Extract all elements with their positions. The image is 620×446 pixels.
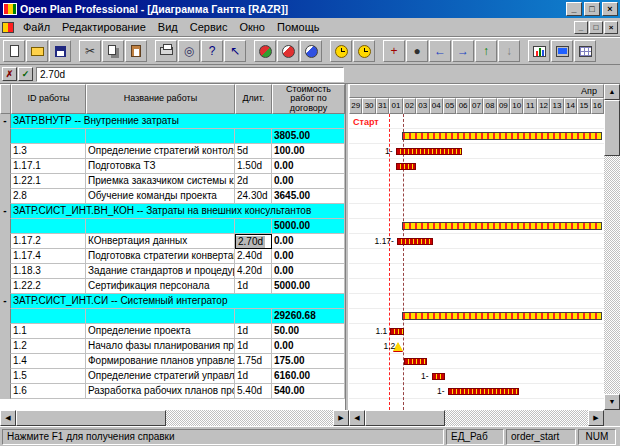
print-preview-button[interactable]: ◎ bbox=[178, 40, 200, 62]
task-bar[interactable] bbox=[397, 238, 433, 245]
cell-cost[interactable]: 0.00 bbox=[272, 174, 345, 189]
cell-id[interactable]: 1.6 bbox=[11, 384, 86, 399]
cell-cost[interactable]: 29260.68 bbox=[272, 309, 345, 324]
summary-bar[interactable] bbox=[402, 222, 602, 230]
table-row-17[interactable]: 1.4Формирование планов управления1.75d17… bbox=[0, 354, 345, 369]
cell-name[interactable]: Обучение команды проекта bbox=[86, 189, 235, 204]
cell-name[interactable]: Подготовка ТЗ bbox=[86, 159, 235, 174]
cell-id[interactable]: 1.1 bbox=[11, 324, 86, 339]
cell-id[interactable] bbox=[11, 129, 86, 144]
row-collapse-marker[interactable]: - bbox=[0, 114, 11, 129]
menu-item-5[interactable]: Окно bbox=[233, 19, 271, 35]
cell-name[interactable]: Начало фазы планирования проекта bbox=[86, 339, 235, 354]
cell-id[interactable]: 1.18.3 bbox=[11, 264, 86, 279]
cell-cost[interactable]: 0.00 bbox=[272, 339, 345, 354]
cell-cost[interactable]: 175.00 bbox=[272, 354, 345, 369]
cell-id[interactable]: 2.8 bbox=[11, 189, 86, 204]
open-button[interactable] bbox=[26, 40, 48, 62]
summary-bar[interactable] bbox=[402, 312, 602, 320]
cell-id[interactable]: 1.4 bbox=[11, 354, 86, 369]
cell-cost[interactable]: 540.00 bbox=[272, 384, 345, 399]
menu-item-1[interactable]: Файл bbox=[17, 19, 56, 35]
cost-analysis-button[interactable] bbox=[300, 40, 322, 62]
indent-button[interactable]: → bbox=[452, 40, 474, 62]
cell-duration[interactable]: 1d bbox=[235, 279, 272, 294]
cell-cost[interactable]: 0.00 bbox=[272, 234, 345, 249]
cell-cost[interactable]: 0.00 bbox=[272, 159, 345, 174]
gantt-scroll-track[interactable] bbox=[445, 410, 588, 426]
time-analysis-button[interactable] bbox=[254, 40, 276, 62]
cell-cost[interactable]: 3645.00 bbox=[272, 189, 345, 204]
table-scroll-track[interactable] bbox=[166, 410, 333, 426]
table-row-18[interactable]: 1.5Определение стратегий управления и1d6… bbox=[0, 369, 345, 384]
task-bar[interactable] bbox=[432, 373, 445, 380]
status-clock-button[interactable] bbox=[353, 40, 375, 62]
table-row-10[interactable]: 1.17.4Подготовка стратегии конвертации2.… bbox=[0, 249, 345, 264]
paste-button[interactable] bbox=[125, 40, 147, 62]
move-up-button[interactable]: ↑ bbox=[475, 40, 497, 62]
cell-name[interactable]: Приемка заказчиком системы клиент bbox=[86, 174, 235, 189]
table-row-15[interactable]: 1.1Определение проекта1d50.00 bbox=[0, 324, 345, 339]
menu-item-4[interactable]: Сервис bbox=[184, 19, 234, 35]
table-row-6[interactable]: 2.8Обучение команды проекта24.30d3645.00 bbox=[0, 189, 345, 204]
cell-duration[interactable]: 1.50d bbox=[235, 159, 272, 174]
cell-cost[interactable]: 5000.00 bbox=[272, 279, 345, 294]
cell-duration[interactable]: 1d bbox=[235, 369, 272, 384]
copy-button[interactable] bbox=[102, 40, 124, 62]
table-view-button[interactable] bbox=[574, 40, 596, 62]
cell-duration[interactable]: 1d bbox=[235, 339, 272, 354]
cell-id[interactable]: 1.17.4 bbox=[11, 249, 86, 264]
cell-name[interactable]: Подготовка стратегии конвертации bbox=[86, 249, 235, 264]
gantt-horizontal-scrollbar[interactable]: ◀ ▶ bbox=[349, 410, 604, 426]
table-row-3[interactable]: 1.3Определение стратегий контоля и отч5d… bbox=[0, 144, 345, 159]
cell-duration[interactable]: 5.40d bbox=[235, 384, 272, 399]
table-row-4[interactable]: 1.17.1Подготовка ТЗ1.50d0.00 bbox=[0, 159, 345, 174]
confirm-edit-button[interactable]: ✓ bbox=[18, 67, 33, 81]
cell-name[interactable]: Определение стратегий управления и bbox=[86, 369, 235, 384]
table-row-11[interactable]: 1.18.3Задание стандартов и процедур по д… bbox=[0, 264, 345, 279]
cell-cost[interactable]: 100.00 bbox=[272, 144, 345, 159]
cell-duration[interactable]: 2d bbox=[235, 174, 272, 189]
progress-clock-button[interactable] bbox=[330, 40, 352, 62]
cell-duration[interactable]: 2.40d bbox=[235, 249, 272, 264]
cell-name[interactable] bbox=[86, 129, 235, 144]
gantt-scroll-right-button[interactable]: ▶ bbox=[588, 410, 604, 426]
menu-item-6[interactable]: Помощь bbox=[271, 19, 326, 35]
context-help-button[interactable]: ↖ bbox=[224, 40, 246, 62]
cell-id[interactable]: 1.2 bbox=[11, 339, 86, 354]
table-row-1[interactable]: -ЗАТР.ВНУТР -- Внутренние затраты bbox=[0, 114, 345, 129]
task-bar[interactable] bbox=[390, 328, 403, 335]
menu-item-2[interactable]: Редактирование bbox=[56, 19, 152, 35]
cell-duration[interactable]: 1.75d bbox=[235, 354, 272, 369]
cell-name[interactable]: Разработка рабочих планов проекта bbox=[86, 384, 235, 399]
cell-duration[interactable] bbox=[235, 219, 272, 234]
vertical-scroll-thumb[interactable] bbox=[604, 100, 620, 156]
task-bar[interactable] bbox=[396, 148, 463, 155]
table-row-5[interactable]: 1.22.1Приемка заказчиком системы клиент2… bbox=[0, 174, 345, 189]
scroll-down-button[interactable]: ▼ bbox=[604, 394, 620, 410]
gantt-scroll-left-button[interactable]: ◀ bbox=[349, 410, 365, 426]
chart-view-button[interactable] bbox=[528, 40, 550, 62]
menu-item-3[interactable]: Вид bbox=[152, 19, 184, 35]
table-horizontal-scrollbar[interactable]: ◀ ▶ bbox=[0, 410, 349, 426]
gantt-scroll-thumb[interactable] bbox=[365, 410, 445, 426]
cell-duration[interactable]: 4.20d bbox=[235, 264, 272, 279]
table-row-8[interactable]: 5000.00 bbox=[0, 219, 345, 234]
table-scroll-left-button[interactable]: ◀ bbox=[0, 410, 16, 426]
mdi-minimize-button[interactable]: _ bbox=[574, 21, 588, 34]
cell-cost[interactable]: 6160.00 bbox=[272, 369, 345, 384]
mdi-restore-button[interactable]: □ bbox=[589, 21, 603, 34]
cell-cost[interactable]: 0.00 bbox=[272, 264, 345, 279]
cell-duration[interactable]: 24.30d bbox=[235, 189, 272, 204]
cell-name[interactable]: Сертификация персонала bbox=[86, 279, 235, 294]
task-bar[interactable] bbox=[404, 358, 427, 365]
row-collapse-marker[interactable]: - bbox=[0, 204, 11, 219]
cell-duration[interactable]: 2.70d bbox=[235, 234, 272, 249]
cell-id[interactable]: 1.5 bbox=[11, 369, 86, 384]
monitor-view-button[interactable] bbox=[551, 40, 573, 62]
cell-duration[interactable] bbox=[235, 129, 272, 144]
table-row-12[interactable]: 1.22.2Сертификация персонала1d5000.00 bbox=[0, 279, 345, 294]
cell-name[interactable] bbox=[86, 309, 235, 324]
task-bar[interactable] bbox=[396, 163, 416, 170]
minimize-button[interactable]: _ bbox=[566, 2, 582, 16]
